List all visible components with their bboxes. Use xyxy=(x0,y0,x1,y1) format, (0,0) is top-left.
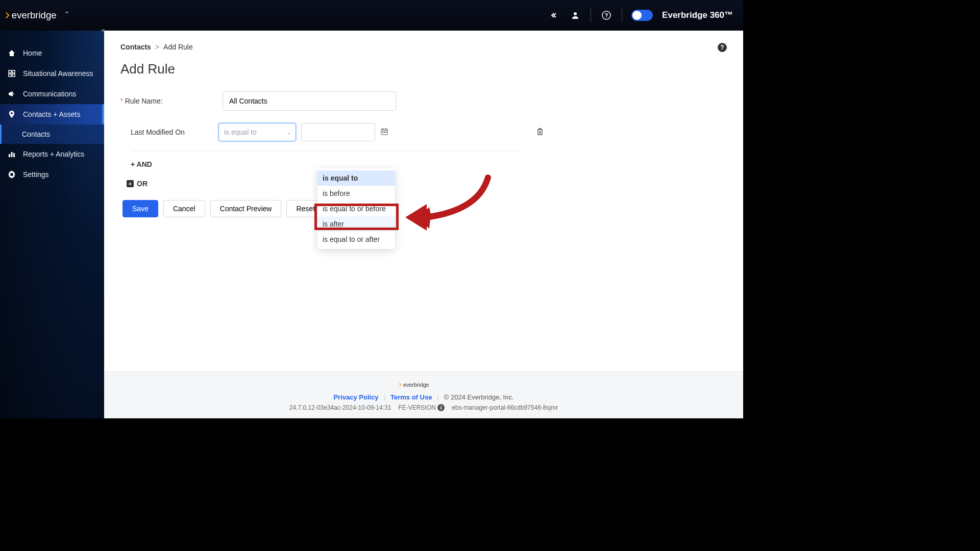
gear-icon xyxy=(7,170,16,179)
megaphone-icon xyxy=(7,89,16,98)
svg-rect-17 xyxy=(384,132,385,133)
pin-icon xyxy=(7,110,16,119)
footer: everbridge Privacy Policy | Terms of Use… xyxy=(104,371,743,418)
sidebar-item-label: Reports + Analytics xyxy=(23,150,84,158)
calendar-icon[interactable] xyxy=(380,128,388,137)
collapse-panel-icon[interactable] xyxy=(548,9,560,21)
add-or-button[interactable]: + OR xyxy=(127,180,727,188)
sidebar-item-communications[interactable]: Communications xyxy=(0,84,104,104)
svg-rect-9 xyxy=(9,154,10,157)
divider xyxy=(591,8,591,22)
main: ? Contacts > Add Rule Add Rule * Rule Na… xyxy=(104,31,743,418)
contact-preview-button[interactable]: Contact Preview xyxy=(210,200,282,217)
required-asterisk: * xyxy=(120,97,123,105)
plus-icon: + xyxy=(127,180,134,187)
dropdown-option[interactable]: is equal to or before xyxy=(317,201,395,216)
sidebar-item-label: Contacts xyxy=(22,130,50,138)
divider: | xyxy=(384,393,385,401)
brand-label: Everbridge 360™ xyxy=(662,10,733,20)
svg-rect-16 xyxy=(382,132,383,133)
svg-rect-7 xyxy=(9,74,11,77)
svg-rect-11 xyxy=(13,153,15,157)
svg-rect-10 xyxy=(11,152,13,157)
chevron-down-icon: ⌄ xyxy=(287,129,291,136)
svg-point-2 xyxy=(574,12,577,15)
breadcrumb-sep: > xyxy=(155,43,159,51)
save-button[interactable]: Save xyxy=(122,200,158,217)
sidebar-item-reports[interactable]: Reports + Analytics xyxy=(0,144,104,164)
svg-text:?: ? xyxy=(605,12,608,18)
copyright: © 2024 Everbridge, Inc. xyxy=(444,393,514,401)
svg-rect-6 xyxy=(12,70,15,73)
or-label: OR xyxy=(137,180,148,188)
sidebar-item-label: Home xyxy=(23,49,42,57)
operator-placeholder: is equal to xyxy=(224,128,257,136)
build-version: 24.7.0.12-03e34ac-2024-10-09-14:31 xyxy=(289,404,391,411)
sidebar-item-contacts-assets[interactable]: Contacts + Assets xyxy=(0,104,104,124)
delete-icon[interactable] xyxy=(536,128,544,137)
brand-toggle[interactable] xyxy=(631,10,653,21)
svg-text:everbridge: everbridge xyxy=(403,382,429,388)
dashboard-icon xyxy=(7,69,16,78)
fe-version-label: FE-VERSION xyxy=(398,404,435,411)
privacy-link[interactable]: Privacy Policy xyxy=(333,393,378,401)
operator-select[interactable]: is equal to ⌄ xyxy=(218,123,296,141)
sidebar-item-situational[interactable]: Situational Awareness xyxy=(0,63,104,84)
divider: | xyxy=(437,393,438,401)
rule-name-label: Rule Name: xyxy=(125,97,163,105)
info-icon[interactable]: i xyxy=(437,404,445,411)
svg-rect-18 xyxy=(385,132,386,133)
dropdown-option[interactable]: is before xyxy=(317,186,395,201)
dropdown-option[interactable]: is equal to xyxy=(317,170,395,186)
home-icon xyxy=(7,48,16,58)
svg-text:everbridge: everbridge xyxy=(12,10,57,20)
cancel-button[interactable]: Cancel xyxy=(163,200,205,217)
sidebar-item-label: Settings xyxy=(23,170,49,179)
divider xyxy=(131,151,519,151)
svg-text:™: ™ xyxy=(65,11,68,15)
page-title: Add Rule xyxy=(120,61,727,77)
dropdown-option[interactable]: is after xyxy=(317,216,395,232)
help-icon[interactable]: ? xyxy=(600,9,612,21)
sidebar-item-label: Communications xyxy=(23,90,76,98)
sidebar-item-label: Contacts + Assets xyxy=(23,110,80,118)
logo: everbridge™ xyxy=(4,8,70,22)
sidebar-item-home[interactable]: Home xyxy=(0,43,104,63)
breadcrumb-current: Add Rule xyxy=(163,43,193,51)
sidebar-item-label: Situational Awareness xyxy=(23,69,93,78)
topbar: everbridge™ ? Everbridge 360™ xyxy=(0,0,743,31)
add-and-button[interactable]: + AND xyxy=(131,160,727,168)
condition-field-label: Last Modified On xyxy=(131,128,213,136)
sidebar-item-settings[interactable]: Settings xyxy=(0,164,104,185)
operator-dropdown: is equal to is before is equal to or bef… xyxy=(317,168,395,249)
pod-name: ebs-manager-portal-66cdb97546-8sjmr xyxy=(452,404,558,411)
sidebar-sub-contacts[interactable]: Contacts xyxy=(0,124,104,144)
page-help-icon[interactable]: ? xyxy=(718,43,727,52)
footer-logo: everbridge xyxy=(104,381,743,390)
breadcrumb: Contacts > Add Rule xyxy=(120,43,727,51)
sidebar-collapse-icon[interactable]: « xyxy=(98,24,108,35)
breadcrumb-root[interactable]: Contacts xyxy=(120,43,151,51)
divider xyxy=(622,8,622,22)
dropdown-option[interactable]: is equal to or after xyxy=(317,232,395,247)
svg-rect-8 xyxy=(12,74,15,77)
chart-icon xyxy=(7,149,16,159)
date-input[interactable] xyxy=(301,123,375,141)
svg-rect-5 xyxy=(9,70,11,73)
rule-name-input[interactable] xyxy=(223,91,396,111)
terms-link[interactable]: Terms of Use xyxy=(390,393,432,401)
sidebar: Home Situational Awareness Communication… xyxy=(0,31,104,418)
user-icon[interactable] xyxy=(569,9,581,21)
